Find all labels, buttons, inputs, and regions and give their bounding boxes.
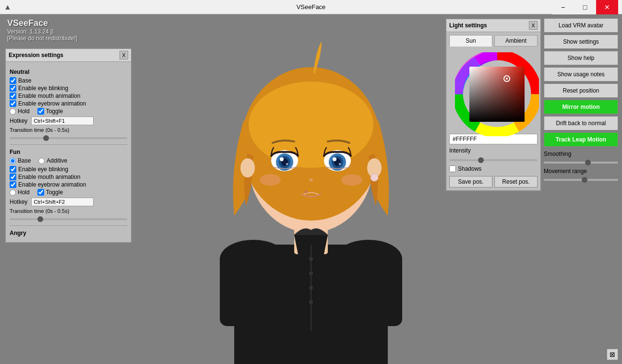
- reset-position-button[interactable]: Reset position: [544, 83, 618, 98]
- show-usage-notes-button[interactable]: Show usage notes: [544, 67, 618, 82]
- neutral-transition-label: Transition time (0s - 0.5s): [10, 127, 127, 133]
- intensity-slider-row: [446, 155, 540, 164]
- shadows-checkbox[interactable]: [449, 165, 456, 172]
- neutral-toggle-label: Toggle: [46, 108, 63, 115]
- fun-toggle-item: Toggle: [37, 189, 63, 196]
- expression-panel-title: Expression settings: [9, 52, 63, 59]
- neutral-hold-toggle-row: Hold Toggle: [10, 108, 127, 115]
- svg-point-40: [506, 78, 508, 80]
- maximize-button[interactable]: □: [574, 0, 596, 14]
- fun-eyebrow-row: Enable eyebrow animation: [10, 181, 127, 188]
- fun-hotkey-label: Hotkey: [10, 199, 27, 205]
- fun-base-label: Base: [18, 157, 31, 164]
- fun-additive-radio[interactable]: [38, 158, 45, 164]
- light-panel-close[interactable]: X: [529, 21, 538, 30]
- shadows-label: Shadows: [458, 165, 481, 172]
- movement-range-slider[interactable]: [544, 179, 618, 181]
- fun-eye-blinking-checkbox[interactable]: [10, 166, 16, 173]
- intensity-slider[interactable]: [449, 159, 538, 161]
- neutral-hold-item: Hold: [10, 108, 30, 115]
- fun-eye-blinking-label: Enable eye blinking: [18, 166, 68, 173]
- fun-hold-radio[interactable]: [10, 189, 16, 196]
- load-vrm-button[interactable]: Load VRM avatar: [544, 18, 618, 33]
- app-name: VSeeFace: [7, 18, 77, 28]
- intensity-label: Intensity: [446, 146, 540, 155]
- movement-range-label: Movement range: [544, 168, 618, 175]
- neutral-eyebrow-label: Enable eyebrow animation: [18, 100, 86, 107]
- titlebar: ▲ VSeeFace − □ ✕: [0, 0, 622, 14]
- titlebar-controls: − □ ✕: [552, 0, 618, 14]
- bottom-right-icon[interactable]: ⊠: [607, 349, 618, 360]
- fun-mouth-checkbox[interactable]: [10, 174, 16, 180]
- track-leap-button[interactable]: Track Leap Motion: [544, 132, 618, 147]
- neutral-mouth-checkbox[interactable]: [10, 93, 16, 99]
- reset-pos-button[interactable]: Reset pos.: [494, 176, 538, 188]
- main-area: VSeeFace Version: 1.13.24 β [Please do n…: [0, 14, 622, 364]
- neutral-base-checkbox[interactable]: [10, 77, 16, 84]
- light-tabs: Sun Ambient: [446, 32, 540, 49]
- fun-hold-item: Hold: [10, 189, 30, 196]
- light-panel: Light settings X Sun Ambient: [445, 18, 541, 191]
- neutral-mouth-label: Enable mouth animation: [18, 93, 80, 99]
- minimize-button[interactable]: −: [552, 0, 574, 14]
- neutral-toggle-checkbox[interactable]: [37, 108, 44, 115]
- neutral-base-row: Base: [10, 77, 127, 84]
- bottom-icon-symbol: ⊠: [610, 351, 615, 358]
- expression-panel: Expression settings X Neutral Base Enabl…: [5, 48, 132, 243]
- neutral-transition-row: Transition time (0s - 0.5s): [10, 127, 127, 141]
- neutral-eye-blinking-row: Enable eye blinking: [10, 85, 127, 92]
- expression-panel-close[interactable]: X: [120, 51, 128, 59]
- neutral-transition-slider-container: [10, 134, 127, 141]
- fun-transition-label: Transition time (0s - 0.5s): [10, 208, 127, 214]
- svg-point-11: [309, 286, 313, 290]
- neutral-mouth-row: Enable mouth animation: [10, 93, 127, 99]
- tab-sun[interactable]: Sun: [449, 35, 492, 47]
- fun-section-label: Fun: [10, 149, 127, 155]
- svg-rect-38: [469, 67, 525, 122]
- smoothing-slider[interactable]: [544, 162, 618, 164]
- expression-panel-header: Expression settings X: [6, 49, 131, 62]
- save-pos-button[interactable]: Save pos.: [449, 176, 492, 188]
- fun-eyebrow-checkbox[interactable]: [10, 181, 16, 188]
- neutral-transition-slider[interactable]: [10, 137, 127, 139]
- color-wheel[interactable]: [455, 52, 532, 129]
- svg-point-28: [309, 178, 313, 181]
- color-wheel-container: [446, 49, 540, 132]
- neutral-hotkey-label: Hotkey: [10, 117, 27, 124]
- neutral-eyebrow-checkbox[interactable]: [10, 100, 16, 107]
- show-help-button[interactable]: Show help: [544, 51, 618, 65]
- svg-point-21: [286, 163, 288, 165]
- neutral-eye-blinking-checkbox[interactable]: [10, 85, 16, 92]
- svg-point-20: [280, 157, 284, 161]
- drift-back-button[interactable]: Drift back to normal: [544, 116, 618, 130]
- show-settings-button[interactable]: Show settings: [544, 35, 618, 49]
- tab-ambient[interactable]: Ambient: [494, 35, 538, 47]
- neutral-hotkey-row: Hotkey: [10, 117, 127, 125]
- fun-transition-row: Transition time (0s - 0.5s): [10, 208, 127, 222]
- fun-additive-label: Additive: [47, 157, 67, 164]
- fun-transition-slider-container: [10, 215, 127, 222]
- fun-toggle-checkbox[interactable]: [37, 189, 44, 196]
- mirror-motion-button[interactable]: Mirror motion: [544, 100, 618, 114]
- svg-point-9: [309, 257, 313, 261]
- neutral-toggle-item: Toggle: [37, 108, 63, 115]
- smoothing-section: Smoothing Movement range: [544, 151, 618, 185]
- svg-point-27: [339, 163, 341, 165]
- app-warning: [Please do not redistribute!]: [7, 35, 77, 42]
- fun-hotkey-input[interactable]: [31, 198, 94, 206]
- fun-transition-slider[interactable]: [10, 218, 127, 220]
- angry-section-label: Angry: [10, 230, 127, 236]
- fun-hold-toggle-row: Hold Toggle: [10, 189, 127, 196]
- app-info: VSeeFace Version: 1.13.24 β [Please do n…: [7, 18, 77, 42]
- svg-point-32: [240, 158, 255, 177]
- fun-mouth-row: Enable mouth animation: [10, 174, 127, 180]
- neutral-hold-radio[interactable]: [10, 108, 16, 115]
- close-button[interactable]: ✕: [596, 0, 618, 14]
- svg-rect-7: [364, 254, 402, 326]
- fun-hold-label: Hold: [18, 189, 30, 196]
- app-version: Version: 1.13.24 β: [7, 28, 77, 35]
- titlebar-icon: ▲: [4, 3, 12, 12]
- svg-point-10: [309, 271, 313, 275]
- neutral-hotkey-input[interactable]: [31, 117, 94, 125]
- fun-base-radio[interactable]: [10, 158, 16, 164]
